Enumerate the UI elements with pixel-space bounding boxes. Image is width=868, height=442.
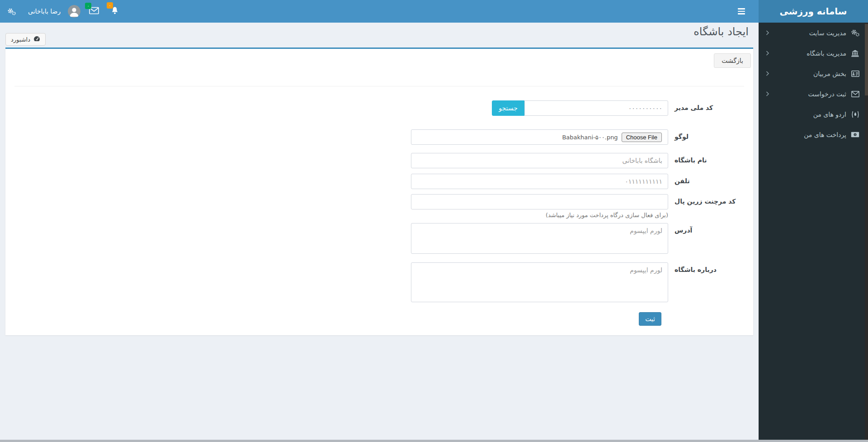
merchant-control: (برای فعال سازی درگاه پرداخت مورد نیاز م…: [411, 194, 668, 219]
sidebar-item-label: پرداخت های من: [804, 131, 846, 138]
club-name-control: [411, 153, 668, 168]
messages-badge: ۰: [85, 3, 91, 9]
submit-button[interactable]: ثبت: [639, 312, 661, 326]
create-club-panel: بازگشت کد ملی مدیر جستجو لوگو: [5, 48, 753, 335]
sidebar-item-my-payments[interactable]: پرداخت های من: [759, 124, 868, 145]
club-name-input[interactable]: [411, 153, 668, 168]
form-row-address: آدرس لورم ایپسوم: [14, 223, 744, 256]
breadcrumb-label: داشبورد: [11, 36, 30, 43]
cogs-icon[interactable]: [7, 8, 16, 15]
cogs-icon: [850, 29, 860, 37]
notifications-button[interactable]: ۰: [111, 6, 119, 17]
sidebar-item-label: بخش مربیان: [813, 70, 846, 77]
panel-divider: [14, 86, 744, 86]
merchant-label: کد مرچنت زرین پال: [668, 194, 744, 205]
chevron-icon: [766, 91, 769, 96]
sidebar-item-label: ثبت درخواست: [808, 90, 846, 98]
about-label: درباره باشگاه: [668, 262, 744, 273]
sidebar: سامانه ورزشی مدیریت سایت: [759, 0, 868, 442]
form-row-about: درباره باشگاه لورم ایپسوم: [14, 262, 744, 304]
envelope-icon: [850, 90, 860, 98]
merchant-input[interactable]: [411, 194, 668, 209]
notifications-badge: ۰: [107, 2, 113, 9]
merchant-hint: (برای فعال سازی درگاه پرداخت مورد نیاز م…: [411, 212, 668, 219]
choose-file-button[interactable]: Choose File: [622, 133, 662, 142]
campfire-icon: [850, 110, 860, 118]
top-navbar: ۰ ۰ رضا باباخ: [0, 0, 759, 23]
sidebar-item-label: مدیریت سایت: [809, 29, 846, 37]
club-name-label: نام باشگاه: [668, 153, 744, 164]
app-window: سامانه ورزشی مدیریت سایت: [0, 0, 868, 442]
national-code-group: جستجو: [492, 100, 668, 116]
bottom-edge-bar: [0, 440, 868, 442]
national-code-label: کد ملی مدیر: [668, 100, 744, 111]
about-textarea[interactable]: لورم ایپسوم: [411, 262, 668, 302]
bank-icon: [850, 49, 860, 57]
national-code-input[interactable]: [524, 100, 668, 116]
scrollbar-thumb[interactable]: [865, 24, 868, 95]
form-row-phone: تلفن: [14, 174, 744, 189]
logo-label: لوگو: [668, 129, 744, 140]
form-row-logo: لوگو Choose File Babakhani-۵۰۰.png: [14, 129, 744, 145]
chevron-icon: [766, 51, 769, 56]
page-scrollbar[interactable]: [865, 23, 868, 442]
back-button[interactable]: بازگشت: [714, 53, 751, 68]
sidebar-item-site-management[interactable]: مدیریت سایت: [759, 23, 868, 43]
phone-label: تلفن: [668, 174, 744, 185]
dashboard-gauge-icon: [33, 36, 40, 43]
form-row-merchant: کد مرچنت زرین پال (برای فعال سازی درگاه …: [14, 194, 744, 219]
money-icon: [850, 131, 860, 138]
brand-title[interactable]: سامانه ورزشی: [759, 0, 868, 23]
sidebar-item-my-camps[interactable]: اردو های من: [759, 104, 868, 124]
form-row-club-name: نام باشگاه: [14, 153, 744, 168]
chevron-icon: [766, 71, 769, 76]
logo-control: Choose File Babakhani-۵۰۰.png: [411, 129, 668, 145]
logo-file-input[interactable]: Choose File Babakhani-۵۰۰.png: [411, 129, 668, 145]
about-control: لورم ایپسوم: [411, 262, 668, 304]
sidebar-item-coaches[interactable]: بخش مربیان: [759, 63, 868, 84]
user-menu[interactable]: رضا باباخانی: [28, 8, 61, 15]
sidebar-item-club-management[interactable]: مدیریت باشگاه: [759, 43, 868, 63]
id-card-icon: [850, 70, 860, 77]
page-title: ایجاد باشگاه: [693, 25, 749, 38]
address-label: آدرس: [668, 223, 744, 234]
sidebar-toggle-button[interactable]: [738, 8, 745, 14]
national-code-control: جستجو: [411, 100, 668, 116]
content-area: ایجاد باشگاه داشبورد بازگشت کد ملی مدیر: [0, 23, 759, 442]
messages-button[interactable]: ۰: [89, 7, 99, 16]
create-club-form: کد ملی مدیر جستجو لوگو Choose File: [14, 100, 744, 326]
form-row-submit: ثبت: [14, 312, 744, 326]
sidebar-item-label: اردو های من: [813, 111, 846, 118]
sidebar-item-label: مدیریت باشگاه: [807, 50, 846, 57]
search-button[interactable]: جستجو: [492, 100, 524, 116]
chevron-icon: [766, 30, 769, 35]
address-control: لورم ایپسوم: [411, 223, 668, 256]
sidebar-menu: مدیریت سایت مدیریت باشگاه: [759, 23, 868, 145]
avatar[interactable]: [68, 5, 80, 18]
address-textarea[interactable]: لورم ایپسوم: [411, 223, 668, 254]
sidebar-item-requests[interactable]: ثبت درخواست: [759, 84, 868, 104]
logo-filename: Babakhani-۵۰۰.png: [562, 134, 618, 141]
breadcrumb-dashboard[interactable]: داشبورد: [5, 33, 46, 46]
phone-input[interactable]: [411, 174, 668, 189]
phone-control: [411, 174, 668, 189]
form-row-national-code: کد ملی مدیر جستجو: [14, 100, 744, 116]
